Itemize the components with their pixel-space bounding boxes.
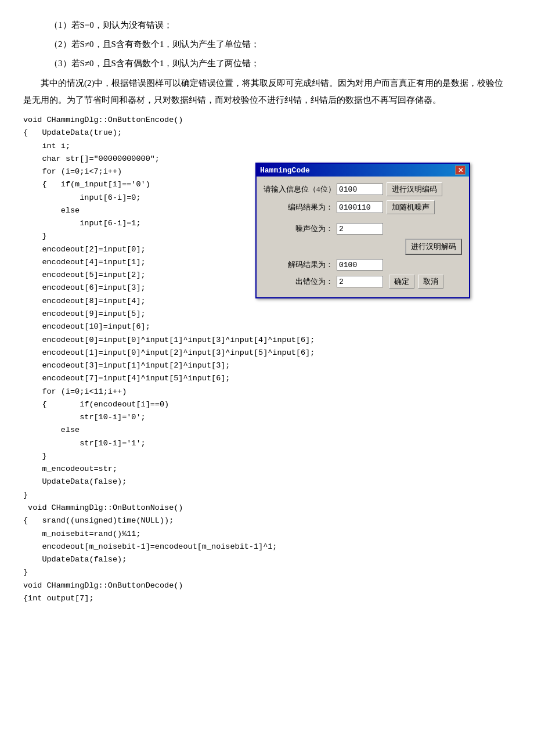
dialog-row-decode: 解码结果为： [264, 259, 462, 271]
btn-decode[interactable]: 进行汉明解码 [405, 239, 462, 255]
input-noise-pos[interactable] [337, 223, 383, 235]
btn-noise[interactable]: 加随机噪声 [387, 200, 435, 214]
label-decode-result: 解码结果为： [264, 260, 333, 270]
paragraph-3: （3）若S≠0，且S含有偶数个1，则认为产生了两位错； [23, 56, 511, 71]
paragraph-4: 其中的情况(2)中，根据错误图样可以确定错误位置，将其取反即可完成纠错。因为对用… [23, 75, 511, 108]
btn-ok[interactable]: 确定 [389, 275, 414, 289]
btn-cancel[interactable]: 取消 [418, 275, 443, 289]
input-info[interactable] [337, 183, 383, 195]
dialog-row-decode-btn: 进行汉明解码 [264, 239, 462, 255]
dialog-close-button[interactable]: ✕ [455, 165, 466, 175]
hamming-dialog: HammingCode ✕ 请输入信息位（4位）： 进行汉明编码 编码结果为： … [255, 163, 470, 298]
label-encode-result: 编码结果为： [264, 202, 333, 213]
paragraph-2: （2）若S≠0，且S含有奇数个1，则认为产生了单位错； [23, 37, 511, 52]
paragraph-1: （1）若S=0，则认为没有错误； [23, 17, 511, 33]
label-info: 请输入信息位（4位）： [264, 184, 333, 195]
btn-encode[interactable]: 进行汉明编码 [387, 182, 442, 196]
dialog-row-encode: 编码结果为： 加随机噪声 [264, 200, 462, 214]
input-error-pos[interactable] [337, 276, 383, 287]
dialog-title-text: HammingCode [260, 166, 310, 175]
dialog-title-bar: HammingCode ✕ [257, 164, 469, 177]
label-error-pos: 出错位为： [264, 276, 333, 287]
input-encode-result[interactable] [337, 201, 383, 213]
label-noise-pos: 噪声位为： [264, 224, 333, 234]
input-decode-result[interactable] [337, 259, 383, 271]
dialog-row-info: 请输入信息位（4位）： 进行汉明编码 [264, 182, 462, 196]
dialog-body: 请输入信息位（4位）： 进行汉明编码 编码结果为： 加随机噪声 噪声位为： 进行… [257, 177, 469, 297]
dialog-row-error: 出错位为： 确定 取消 [264, 275, 462, 289]
dialog-row-noise: 噪声位为： [264, 223, 462, 235]
